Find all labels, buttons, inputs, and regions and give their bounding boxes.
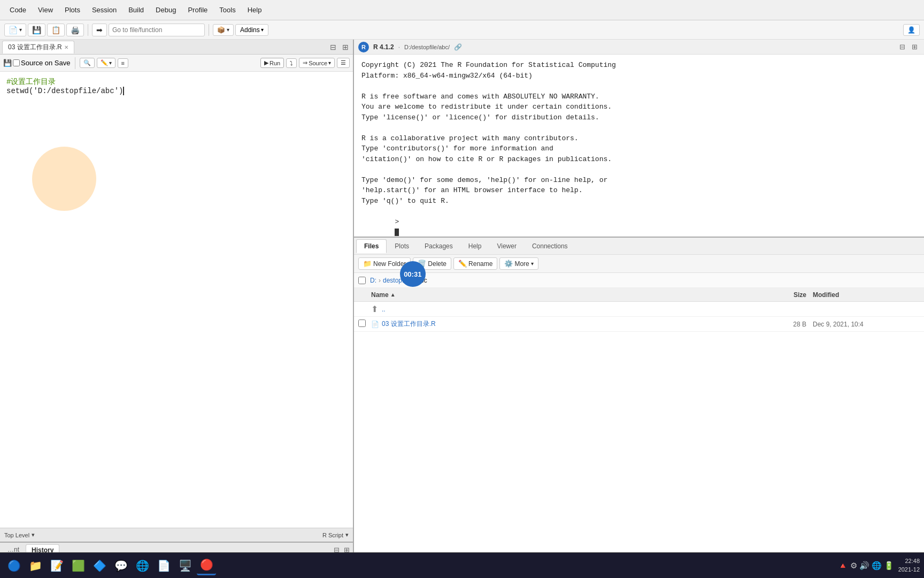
file-type-dropdown-icon[interactable]: ▾ — [345, 531, 349, 538]
editor-sep-1 — [75, 57, 75, 69]
source-icon: ⇒ — [303, 59, 307, 66]
edit-dropdown-button[interactable]: ✏️ ▾ — [97, 58, 116, 68]
menu-item-session[interactable]: Session — [87, 4, 122, 16]
taskbar: 🔵 📁 📝 🟩 🔷 💬 🌐 📄 🖥️ 🔴 🔺 ⚙ 🔊 🌐 🔋 22:48 202… — [0, 552, 924, 578]
print-button[interactable]: 🖨️ — [66, 24, 84, 36]
menu-item-plots[interactable]: Plots — [59, 4, 86, 16]
console-line-12: 'help.start()' for an HTML browser inter… — [361, 185, 917, 196]
right-panel: R R 4.1.2 · D:/destopfile/abc/ 🔗 ⊟ ⊞ Cop… — [354, 40, 924, 557]
addins-button[interactable]: Addins ▾ — [235, 24, 268, 36]
console-line-3: R is free software and comes with ABSOLU… — [361, 92, 917, 102]
source-dropdown-icon: ▾ — [328, 60, 331, 66]
taskbar-time: 22:48 — [898, 557, 920, 565]
menu-item-code[interactable]: Code — [4, 4, 32, 16]
options-button[interactable]: ☰ — [337, 58, 350, 68]
scope-dropdown-icon[interactable]: ▾ — [32, 531, 35, 538]
console-output[interactable]: Copyright (C) 2021 The R Foundation for … — [354, 55, 924, 237]
files-tab-help[interactable]: Help — [461, 240, 489, 253]
search-button[interactable]: 🔍 — [80, 58, 95, 68]
more-button[interactable]: ⚙️ More ▾ 00:31 — [499, 257, 538, 270]
editor-tab-active[interactable]: 03 设置工作目录.R ✕ — [2, 41, 74, 54]
menu-item-debug[interactable]: Debug — [150, 4, 181, 16]
taskbar-icon-3[interactable]: 🔷 — [90, 556, 109, 575]
editor-toolbar: 💾 Source on Save 🔍 ✏️ ▾ ≡ ▶ Run — [0, 55, 353, 72]
console-maximize[interactable]: ⊞ — [910, 42, 920, 52]
print-icon: 🖨️ — [71, 26, 80, 34]
files-tab-viewer[interactable]: Viewer — [489, 240, 523, 253]
row-parent-name[interactable]: .. — [382, 306, 770, 313]
file-row-0[interactable]: 📄 03 设置工作目录.R 28 B Dec 9, 2021, 10:4 — [354, 317, 924, 332]
breadcrumb-checkbox[interactable] — [358, 277, 366, 284]
workspace-label: 📦 — [217, 26, 225, 34]
save-all-button[interactable]: 📋 — [47, 24, 65, 36]
taskbar-icon-wechat[interactable]: 💬 — [111, 556, 130, 575]
files-tab-connections[interactable]: Connections — [525, 240, 575, 253]
row-0-name[interactable]: 03 设置工作目录.R — [382, 320, 770, 329]
rename-button[interactable]: ✏️ Rename — [453, 257, 497, 270]
source-on-save-checkbox[interactable] — [13, 59, 20, 66]
taskbar-date: 2021-12 — [898, 566, 920, 574]
taskbar-icon-vs[interactable]: 🖥️ — [175, 556, 195, 575]
new-script-dropdown[interactable]: ▾ — [19, 27, 22, 33]
menu-item-help[interactable]: Help — [242, 4, 267, 16]
row-0-checkbox-input[interactable] — [358, 320, 366, 327]
run-button[interactable]: ▶ Run — [260, 58, 284, 68]
save-button[interactable]: 💾 — [28, 24, 45, 36]
rstudio-account-button[interactable]: 👤 — [903, 24, 920, 36]
taskbar-right: 🔺 ⚙ 🔊 🌐 🔋 22:48 2021-12 — [838, 557, 920, 574]
addins-dropdown-icon: ▾ — [261, 27, 264, 33]
tray-icon-battery[interactable]: 🔋 — [884, 561, 894, 571]
menu-item-build[interactable]: Build — [123, 4, 149, 16]
taskbar-icon-r[interactable]: 🔴 — [197, 556, 216, 575]
step-button[interactable]: ⤵ — [286, 58, 297, 68]
source-button[interactable]: ⇒ Source ▾ — [299, 58, 335, 68]
editor-tab-close[interactable]: ✕ — [64, 44, 68, 50]
row-0-icon: 📄 — [371, 321, 382, 328]
tray-icon-2[interactable]: 🔊 — [859, 561, 869, 571]
save-on-save-container: 💾 Source on Save — [3, 59, 71, 67]
console-minimize[interactable]: ⊟ — [897, 42, 907, 52]
file-row-parent[interactable]: ⬆ .. — [354, 302, 924, 317]
tray-icon-1[interactable]: ⚙ — [850, 561, 857, 571]
files-tab-plots[interactable]: Plots — [387, 240, 417, 253]
taskbar-icon-2[interactable]: 📝 — [47, 556, 66, 575]
code-editor[interactable]: #设置工作目录 setwd('D:/destopfile/abc') — [0, 72, 353, 528]
workspace-selector[interactable]: 📦 ▾ — [213, 24, 234, 36]
code-comment-line: #设置工作目录 — [6, 77, 346, 87]
taskbar-icon-0[interactable]: 🔵 — [4, 556, 24, 575]
main-area: 03 设置工作目录.R ✕ ⊟ ⊞ 💾 Source on Save 🔍 ✏️ … — [0, 40, 924, 557]
tray-icon-3[interactable]: 🌐 — [872, 561, 882, 571]
row-0-modified: Dec 9, 2021, 10:4 — [813, 321, 920, 328]
new-script-button[interactable]: 📄 ▾ — [4, 24, 26, 36]
go-to-input[interactable] — [109, 24, 205, 36]
menu-item-profile[interactable]: Profile — [182, 4, 213, 16]
go-to-button[interactable]: ➡ — [92, 24, 107, 36]
addins-label: Addins — [240, 26, 260, 34]
console-line-0: Copyright (C) 2021 The R Foundation for … — [361, 60, 917, 71]
row-0-checkbox[interactable] — [358, 320, 371, 329]
console-separator: · — [398, 43, 400, 51]
format-button[interactable]: ≡ — [118, 58, 128, 68]
menu-item-view[interactable]: View — [33, 4, 58, 16]
menu-item-tools[interactable]: Tools — [214, 4, 241, 16]
taskbar-icon-1[interactable]: 📁 — [26, 556, 45, 575]
taskbar-icon-excel[interactable]: 🟩 — [68, 556, 88, 575]
console-cursor — [395, 229, 399, 236]
taskbar-icon-chrome[interactable]: 🌐 — [133, 556, 152, 575]
header-modified-col[interactable]: Modified — [813, 291, 920, 299]
editor-collapse-button[interactable]: ⊟ — [328, 43, 338, 51]
header-name-sort: ▲ — [390, 292, 396, 298]
files-tab-files[interactable]: Files — [356, 239, 387, 253]
console-link-icon[interactable]: 🔗 — [454, 43, 462, 51]
tray-icon-0[interactable]: 🔺 — [838, 561, 848, 571]
files-tab-packages[interactable]: Packages — [417, 240, 460, 253]
source-label: Source — [309, 60, 327, 66]
taskbar-icon-word[interactable]: 📄 — [154, 556, 173, 575]
header-name-col[interactable]: Name ▲ — [371, 291, 770, 299]
r-file-icon: 📄 — [371, 321, 379, 328]
editor-expand-button[interactable]: ⊞ — [340, 43, 351, 51]
global-toolbar: 📄 ▾ 💾 📋 🖨️ ➡ 📦 ▾ Addins ▾ 👤 — [0, 20, 924, 40]
header-size-col[interactable]: Size — [770, 291, 813, 299]
breadcrumb-drive[interactable]: D: — [370, 277, 376, 284]
files-tab-bar: Files Plots Packages Help Viewer Connect… — [354, 238, 924, 255]
